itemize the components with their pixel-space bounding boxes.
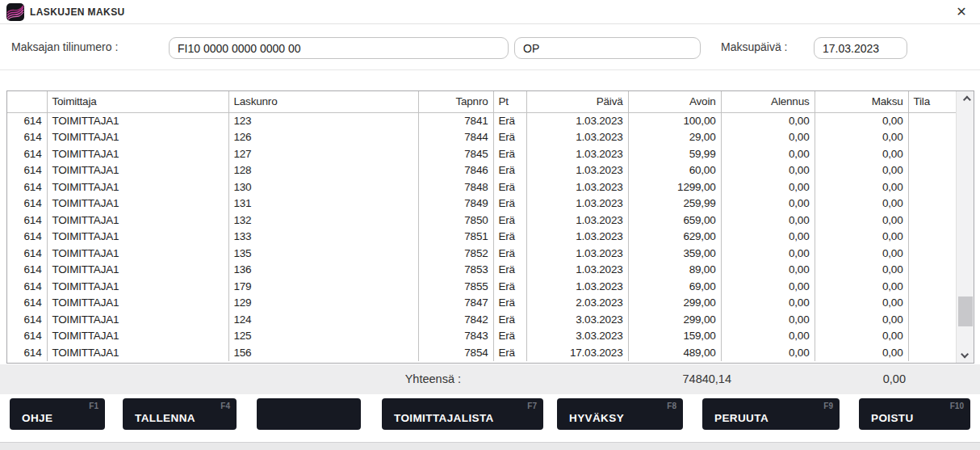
close-icon[interactable]: ✕ bbox=[953, 4, 970, 20]
cell-rownum: 614 bbox=[7, 196, 47, 212]
app-logo-icon bbox=[6, 3, 24, 21]
cell-pt: Erä bbox=[493, 196, 526, 212]
cell-avoin: 59,99 bbox=[628, 145, 721, 162]
cell-rownum: 614 bbox=[7, 145, 47, 162]
cell-tapnro: 7848 bbox=[418, 179, 493, 196]
fkey-label: F10 bbox=[950, 402, 964, 410]
cell-laskunro: 132 bbox=[228, 212, 418, 229]
cell-rownum: 614 bbox=[7, 328, 47, 345]
scroll-up-button[interactable] bbox=[957, 91, 974, 108]
table-row[interactable]: 614TOIMITTAJA11257843Erä3.03.2023159,000… bbox=[7, 328, 956, 345]
approve-button[interactable]: HYVÄKSYF8 bbox=[557, 398, 683, 430]
cell-toimittaja: TOIMITTAJA1 bbox=[47, 328, 228, 345]
cell-avoin: 299,00 bbox=[628, 311, 721, 328]
cell-paiva: 1.03.2023 bbox=[526, 245, 628, 262]
cell-laskunro: 123 bbox=[228, 112, 418, 129]
table-row[interactable]: 614TOIMITTAJA11297847Erä2.03.2023299,000… bbox=[7, 295, 956, 312]
cell-avoin: 359,00 bbox=[628, 245, 721, 262]
cell-avoin: 489,00 bbox=[628, 344, 721, 361]
cell-pt: Erä bbox=[493, 162, 526, 179]
cell-toimittaja: TOIMITTAJA1 bbox=[47, 295, 228, 312]
cell-laskunro: 129 bbox=[228, 295, 418, 312]
cell-paiva: 1.03.2023 bbox=[526, 179, 628, 196]
cell-tila bbox=[908, 229, 956, 246]
cell-alennus: 0,00 bbox=[721, 229, 815, 246]
table-row[interactable]: 614TOIMITTAJA11797855Erä1.03.202369,000,… bbox=[7, 278, 956, 295]
table-row[interactable]: 614TOIMITTAJA11247842Erä3.03.2023299,000… bbox=[7, 311, 956, 328]
cell-tila bbox=[908, 162, 956, 179]
cell-alennus: 0,00 bbox=[721, 245, 815, 262]
cell-tapnro: 7852 bbox=[418, 245, 493, 262]
column-header-alennus: Alennus bbox=[721, 91, 815, 112]
cell-tapnro: 7855 bbox=[418, 278, 493, 295]
table-row[interactable]: 614TOIMITTAJA11267844Erä1.03.202329,000,… bbox=[7, 129, 956, 146]
payment-date-label: Maksupäivä : bbox=[721, 40, 787, 53]
table-row[interactable]: 614TOIMITTAJA11317849Erä1.03.2023259,990… bbox=[7, 196, 956, 212]
cell-maksu: 0,00 bbox=[815, 196, 908, 212]
cell-laskunro: 130 bbox=[228, 179, 418, 196]
cell-tapnro: 7842 bbox=[418, 311, 493, 328]
cell-pt: Erä bbox=[493, 295, 526, 312]
table-row[interactable]: 614TOIMITTAJA11567854Erä17.03.2023489,00… bbox=[7, 344, 956, 361]
cell-maksu: 0,00 bbox=[815, 212, 908, 229]
cancel-button[interactable]: PERUUTAF9 bbox=[702, 398, 840, 430]
cell-pt: Erä bbox=[493, 112, 526, 129]
table-row[interactable]: 614TOIMITTAJA11367853Erä1.03.202389,000,… bbox=[7, 262, 956, 279]
cell-pt: Erä bbox=[493, 229, 526, 246]
cell-rownum: 614 bbox=[7, 162, 47, 179]
save-button[interactable]: TALLENNAF4 bbox=[123, 398, 237, 430]
cell-tapnro: 7846 bbox=[418, 162, 493, 179]
table-row[interactable]: 614TOIMITTAJA11287846Erä1.03.202360,000,… bbox=[7, 162, 956, 179]
cell-paiva: 3.03.2023 bbox=[526, 311, 628, 328]
payment-date-input[interactable] bbox=[814, 37, 907, 59]
cell-tila bbox=[908, 196, 956, 212]
cell-rownum: 614 bbox=[7, 262, 47, 279]
cell-alennus: 0,00 bbox=[721, 179, 815, 196]
table-row[interactable]: 614TOIMITTAJA11357852Erä1.03.2023359,000… bbox=[7, 245, 956, 262]
cell-rownum: 614 bbox=[7, 212, 47, 229]
payer-account-input[interactable] bbox=[169, 37, 509, 59]
payment-form: Maksajan tilinumero : Maksupäivä : bbox=[0, 24, 980, 70]
table-row[interactable]: 614TOIMITTAJA11307848Erä1.03.20231299,00… bbox=[7, 179, 956, 196]
fkey-label: F9 bbox=[823, 402, 833, 410]
cell-tapnro: 7844 bbox=[418, 129, 493, 146]
cell-avoin: 89,00 bbox=[628, 262, 721, 279]
cell-avoin: 29,00 bbox=[628, 129, 721, 146]
blank-button[interactable] bbox=[257, 398, 361, 430]
cell-maksu: 0,00 bbox=[815, 129, 908, 146]
cell-paiva: 1.03.2023 bbox=[526, 112, 628, 129]
fkey-label: F7 bbox=[527, 402, 537, 410]
cell-tapnro: 7850 bbox=[418, 212, 493, 229]
cell-paiva: 1.03.2023 bbox=[526, 278, 628, 295]
table-row[interactable]: 614TOIMITTAJA11277845Erä1.03.202359,990,… bbox=[7, 145, 956, 162]
table-row[interactable]: 614TOIMITTAJA11327850Erä1.03.2023659,000… bbox=[7, 212, 956, 229]
cell-avoin: 159,00 bbox=[628, 328, 721, 345]
cell-laskunro: 128 bbox=[228, 162, 418, 179]
cell-pt: Erä bbox=[493, 145, 526, 162]
column-header-pt: Pt bbox=[493, 91, 526, 112]
vertical-scrollbar[interactable] bbox=[956, 91, 974, 363]
cell-toimittaja: TOIMITTAJA1 bbox=[47, 311, 228, 328]
cell-pt: Erä bbox=[493, 344, 526, 361]
cell-tila bbox=[908, 295, 956, 312]
table-row[interactable]: 614TOIMITTAJA11237841Erä1.03.2023100,000… bbox=[7, 112, 956, 129]
cell-maksu: 0,00 bbox=[815, 295, 908, 312]
cell-toimittaja: TOIMITTAJA1 bbox=[47, 196, 228, 212]
bottom-strip bbox=[0, 442, 980, 450]
cell-tila bbox=[908, 262, 956, 279]
help-button[interactable]: OHJEF1 bbox=[10, 398, 105, 430]
cell-toimittaja: TOIMITTAJA1 bbox=[47, 229, 228, 246]
cell-pt: Erä bbox=[493, 212, 526, 229]
cell-maksu: 0,00 bbox=[815, 278, 908, 295]
scrollbar-thumb[interactable] bbox=[958, 296, 973, 326]
exit-button[interactable]: POISTUF10 bbox=[859, 398, 970, 430]
cell-pt: Erä bbox=[493, 262, 526, 279]
supplier-list-button[interactable]: TOIMITTAJALISTAF7 bbox=[382, 398, 543, 430]
cell-rownum: 614 bbox=[7, 129, 47, 146]
cell-toimittaja: TOIMITTAJA1 bbox=[47, 162, 228, 179]
payer-account-label: Maksajan tilinumero : bbox=[11, 40, 118, 53]
bank-name-input[interactable] bbox=[514, 37, 701, 59]
table-row[interactable]: 614TOIMITTAJA11337851Erä1.03.2023629,000… bbox=[7, 229, 956, 246]
cell-laskunro: 125 bbox=[228, 328, 418, 345]
scroll-down-button[interactable] bbox=[957, 346, 974, 363]
